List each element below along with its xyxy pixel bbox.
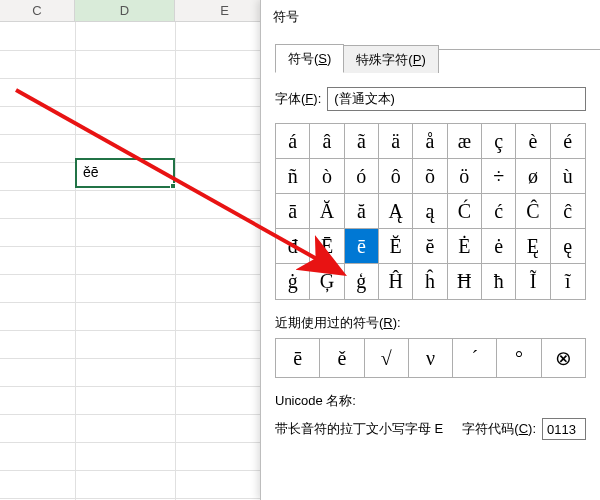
symbol-cell[interactable]: Ĕ (379, 229, 413, 264)
cell-value: ěē (83, 164, 99, 180)
dialog-title: 符号 (261, 0, 600, 34)
symbol-cell[interactable]: è (516, 124, 550, 159)
symbol-cell[interactable]: ă (345, 194, 379, 229)
symbol-cell[interactable]: â (310, 124, 344, 159)
symbol-cell[interactable]: ą (413, 194, 447, 229)
symbol-cell[interactable]: á (276, 124, 310, 159)
symbol-cell[interactable]: Ă (310, 194, 344, 229)
recent-label: 近期使用过的符号(R): (275, 314, 586, 332)
font-label: 字体(F): (275, 90, 321, 108)
tab-special[interactable]: 特殊字符(P) (343, 45, 438, 73)
symbol-cell[interactable]: ę (551, 229, 585, 264)
symbol-cell[interactable]: Ę (516, 229, 550, 264)
recent-symbol[interactable]: ě (320, 339, 364, 377)
tabs: 符号(S) 特殊字符(P) (261, 34, 600, 73)
col-header-d[interactable]: D (75, 0, 175, 22)
recent-symbol[interactable]: ν (409, 339, 453, 377)
symbol-cell[interactable]: æ (448, 124, 482, 159)
symbol-cell[interactable]: ä (379, 124, 413, 159)
symbol-cell[interactable]: ø (516, 159, 550, 194)
symbol-cell[interactable]: Ē (310, 229, 344, 264)
symbol-cell[interactable]: ē (345, 229, 379, 264)
symbol-cell[interactable]: ó (345, 159, 379, 194)
symbol-cell[interactable]: å (413, 124, 447, 159)
symbol-cell[interactable]: ć (482, 194, 516, 229)
selected-cell[interactable]: ěē (75, 158, 175, 188)
symbol-cell[interactable]: Ħ (448, 264, 482, 299)
symbol-grid: áâãäåæçèéñòóôõö÷øùāĂăĄąĆćĈĉđĒēĔĕĖėĘęġĢģĤ… (275, 123, 586, 300)
fill-handle[interactable] (170, 183, 176, 189)
symbol-cell[interactable]: đ (276, 229, 310, 264)
symbol-cell[interactable]: ħ (482, 264, 516, 299)
symbol-cell[interactable]: ç (482, 124, 516, 159)
symbol-cell[interactable]: ā (276, 194, 310, 229)
symbol-cell[interactable]: ã (345, 124, 379, 159)
symbol-cell[interactable]: Ĥ (379, 264, 413, 299)
symbol-cell[interactable]: Ė (448, 229, 482, 264)
col-header-c[interactable]: C (0, 0, 75, 22)
symbol-cell[interactable]: Ģ (310, 264, 344, 299)
symbol-cell[interactable]: ġ (276, 264, 310, 299)
symbol-cell[interactable]: ö (448, 159, 482, 194)
unicode-name-label: Unicode 名称: (275, 392, 586, 410)
recent-symbol[interactable]: ⊗ (542, 339, 585, 377)
symbol-cell[interactable]: Ĉ (516, 194, 550, 229)
tab-symbols[interactable]: 符号(S) (275, 44, 344, 73)
symbol-cell[interactable]: ĕ (413, 229, 447, 264)
symbol-cell[interactable]: ĩ (551, 264, 585, 299)
symbol-cell[interactable]: ė (482, 229, 516, 264)
symbol-cell[interactable]: ñ (276, 159, 310, 194)
font-select[interactable]: (普通文本) (327, 87, 586, 111)
symbol-cell[interactable]: Ĩ (516, 264, 550, 299)
char-code-label: 字符代码(C): (462, 420, 536, 438)
recent-symbol[interactable]: ° (497, 339, 541, 377)
recent-symbol[interactable]: ´ (453, 339, 497, 377)
recent-symbols: ēě√ν´°⊗ (275, 338, 586, 378)
unicode-name: 带长音符的拉丁文小写字母 E (275, 420, 443, 438)
symbol-cell[interactable]: ģ (345, 264, 379, 299)
char-code-input[interactable] (542, 418, 586, 440)
symbol-dialog: 符号 符号(S) 特殊字符(P) 字体(F): (普通文本) áâãäåæçèé… (260, 0, 600, 500)
symbol-cell[interactable]: ò (310, 159, 344, 194)
symbol-cell[interactable]: é (551, 124, 585, 159)
recent-symbol[interactable]: ē (276, 339, 320, 377)
symbol-cell[interactable]: Ć (448, 194, 482, 229)
symbol-cell[interactable]: ù (551, 159, 585, 194)
symbol-cell[interactable]: Ą (379, 194, 413, 229)
symbol-cell[interactable]: ĉ (551, 194, 585, 229)
symbol-cell[interactable]: õ (413, 159, 447, 194)
symbol-cell[interactable]: ÷ (482, 159, 516, 194)
recent-symbol[interactable]: √ (365, 339, 409, 377)
symbol-cell[interactable]: ô (379, 159, 413, 194)
symbol-cell[interactable]: ĥ (413, 264, 447, 299)
